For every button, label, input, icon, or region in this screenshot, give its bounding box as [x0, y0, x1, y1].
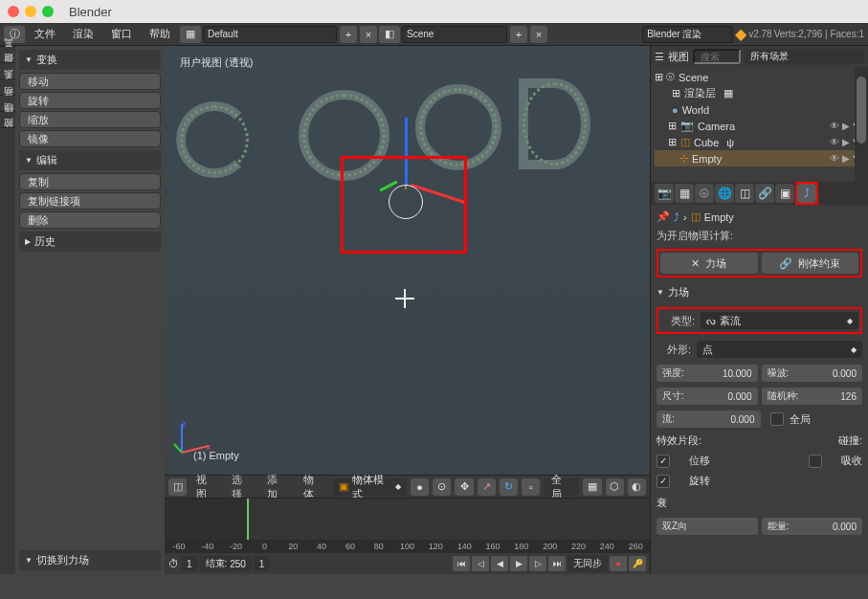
jump-end-button[interactable]: ⏭ — [548, 556, 566, 571]
layout-add-button[interactable]: + — [340, 26, 357, 43]
flow-field[interactable]: 流:0.000 — [657, 410, 761, 428]
outliner-renderlayers-row[interactable]: ⊞渲染层▦ — [655, 85, 864, 101]
timeline-canvas[interactable] — [165, 499, 650, 540]
outliner-scope-dropdown[interactable]: 所有场景 — [745, 49, 864, 64]
outliner-search[interactable] — [693, 49, 741, 64]
frame-end-field[interactable]: 结束: 250 — [200, 556, 252, 571]
rigid-constraint-toggle[interactable]: 🔗刚体约束 — [762, 253, 859, 274]
vtab-animation[interactable]: 动画 — [0, 95, 15, 111]
editor-type-icon[interactable]: ◫ — [168, 478, 187, 496]
prop-tab-render[interactable]: 📷 — [655, 184, 674, 203]
layout-delete-button[interactable]: × — [360, 26, 377, 43]
pin-icon[interactable]: 📌 — [657, 211, 670, 223]
rotate-button[interactable]: 旋转 — [19, 92, 161, 109]
timeline-playhead[interactable] — [247, 499, 249, 540]
vtab-grease[interactable]: 简控 — [0, 127, 15, 144]
prop-tab-renderlayer[interactable]: ▦ — [675, 184, 694, 203]
strength-field[interactable]: 强度:10.000 — [657, 365, 758, 382]
scene-icon[interactable]: ◧ — [379, 26, 400, 43]
keyframe-next-button[interactable]: ▷ — [529, 556, 546, 571]
move-button[interactable]: 移动 — [19, 73, 161, 90]
location-checkbox[interactable] — [657, 455, 670, 468]
scale-button[interactable]: 缩放 — [19, 111, 161, 128]
jump-start-button[interactable]: ⏮ — [453, 556, 470, 571]
prop-tab-world[interactable]: 🌐 — [715, 184, 734, 203]
vp-menu-object[interactable]: 物体 — [298, 473, 329, 501]
play-button[interactable]: ▶ — [510, 556, 527, 571]
last-operator-header[interactable]: ▼切换到力场 — [19, 550, 161, 570]
gizmo-rotate-icon[interactable]: ↻ — [500, 478, 518, 496]
outliner-empty-row[interactable]: ⊹Empty👁 ▶ 📷 — [655, 150, 864, 166]
menu-render[interactable]: 渲染 — [65, 25, 101, 43]
vtab-tools[interactable]: 工具 — [0, 46, 15, 62]
outliner-cube-row[interactable]: ⊞◫Cubeψ👁 ▶ 📷 — [655, 134, 864, 150]
gizmo-scale-icon[interactable]: ▫ — [522, 478, 540, 496]
size-field[interactable]: 尺寸:0.000 — [657, 388, 758, 405]
delete-button[interactable]: 删除 — [19, 211, 161, 229]
vtab-physics[interactable]: 物理 — [0, 111, 15, 127]
frame-current-field[interactable]: 1 — [254, 556, 271, 571]
outliner-menu-view[interactable]: 视图 — [668, 50, 689, 64]
gizmo-translate-icon[interactable]: ↗ — [478, 478, 496, 496]
decay-panel-header[interactable]: 衰 — [657, 494, 862, 512]
absorb-checkbox[interactable] — [809, 455, 822, 468]
history-panel-header[interactable]: ▶历史 — [19, 232, 161, 252]
vtab-create[interactable]: 创建 — [0, 62, 15, 78]
edit-panel-header[interactable]: ▼编辑 — [19, 150, 161, 170]
vtab-relations[interactable]: 关系 — [0, 78, 15, 95]
sync-dropdown[interactable]: 无同步 — [568, 555, 608, 572]
render-preview-icon[interactable]: ◐ — [628, 478, 646, 496]
keyframe-prev-button[interactable]: ◁ — [472, 556, 489, 571]
mode-dropdown[interactable]: ▣物体模式◆ — [333, 478, 407, 496]
prop-tab-physics[interactable]: ⤴ — [797, 184, 816, 203]
orientation-dropdown[interactable]: 全局 — [544, 478, 579, 496]
vp-menu-select[interactable]: 选择 — [226, 473, 257, 501]
outliner-scrollbar[interactable] — [855, 67, 868, 182]
force-shape-dropdown[interactable]: 点◆ — [697, 341, 862, 358]
prop-tab-object[interactable]: ◫ — [735, 184, 754, 203]
scene-delete-button[interactable]: × — [530, 26, 547, 43]
force-field-panel-header[interactable]: ▼力场 — [657, 283, 862, 301]
close-window-button[interactable] — [8, 6, 19, 17]
outliner-camera-row[interactable]: ⊞📷Camera👁 ▶ 📷 — [655, 118, 864, 134]
screen-layout-icon[interactable]: ▦ — [180, 26, 201, 43]
snap-icon[interactable]: ⬡ — [606, 478, 624, 496]
prop-tab-constraint[interactable]: 🔗 — [755, 184, 774, 203]
noise-field[interactable]: 噪波:0.000 — [762, 365, 863, 382]
outliner-world-row[interactable]: ●World — [655, 101, 864, 118]
layout-dropdown[interactable]: Default — [203, 26, 337, 43]
timeline-editor-icon[interactable]: ⏱ — [168, 558, 179, 569]
global-checkbox[interactable] — [770, 412, 784, 426]
seed-field[interactable]: 随机种:126 — [762, 388, 863, 405]
energy-field[interactable]: 能量:0.000 — [762, 518, 863, 535]
3d-viewport[interactable]: 用户视图 (透视) — [165, 46, 650, 475]
transform-panel-header[interactable]: ▼变换 — [19, 50, 161, 70]
autokey-button[interactable]: ● — [610, 556, 627, 571]
minimize-window-button[interactable] — [25, 6, 36, 17]
outliner-scene-row[interactable]: ⊞ ⦾Scene — [655, 69, 864, 85]
shading-button[interactable]: ● — [411, 478, 429, 496]
rotation-checkbox[interactable] — [657, 475, 670, 488]
mirror-button[interactable]: 镜像 — [19, 130, 161, 147]
manipulator-icon[interactable]: ✥ — [455, 478, 473, 496]
menu-window[interactable]: 窗口 — [103, 25, 140, 43]
frame-start-field[interactable]: 1 — [181, 556, 198, 571]
prop-tab-scene[interactable]: ⦾ — [695, 184, 714, 203]
pivot-button[interactable]: ⊙ — [433, 478, 451, 496]
scene-add-button[interactable]: + — [510, 26, 527, 43]
keying-set-icon[interactable]: 🔑 — [629, 556, 646, 571]
menu-help[interactable]: 帮助 — [142, 25, 178, 43]
timeline-ruler[interactable]: -60-40-20 02040 6080100 120140160 180200… — [165, 540, 650, 553]
force-field-toggle[interactable]: ✕力场 — [660, 253, 758, 274]
copy-linked-button[interactable]: 复制链接项 — [19, 192, 161, 210]
maximize-window-button[interactable] — [42, 6, 54, 17]
vp-menu-add[interactable]: 添加 — [261, 473, 293, 501]
play-reverse-button[interactable]: ◀ — [491, 556, 508, 571]
outliner-editor-icon[interactable]: ☰ — [655, 51, 664, 63]
layers-icon[interactable]: ▦ — [583, 478, 601, 496]
outliner[interactable]: ⊞ ⦾Scene ⊞渲染层▦ ●World ⊞📷Camera👁 ▶ 📷 ⊞◫Cu… — [651, 67, 868, 182]
info-editor-icon[interactable]: ⓘ — [4, 26, 25, 43]
vp-menu-view[interactable]: 视图 — [190, 473, 222, 501]
menu-file[interactable]: 文件 — [27, 25, 63, 43]
prop-tab-data[interactable]: ▣ — [775, 184, 794, 203]
